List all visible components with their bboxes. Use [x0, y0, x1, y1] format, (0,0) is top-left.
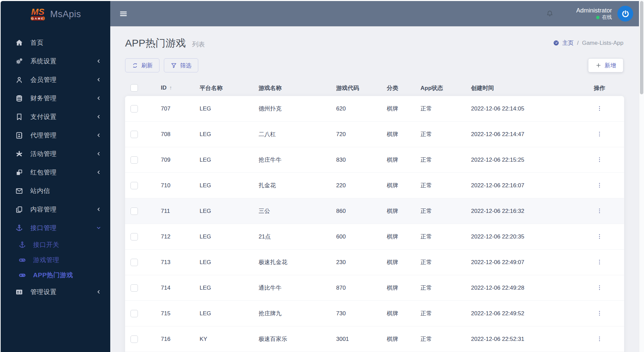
- column-header[interactable]: 操作: [569, 80, 624, 96]
- row-checkbox[interactable]: [130, 335, 138, 343]
- anchor-icon: [18, 241, 26, 249]
- row-actions-button[interactable]: [595, 104, 604, 113]
- column-header-label: 创建时间: [471, 85, 494, 91]
- id-card-icon: [15, 288, 24, 296]
- sidebar-item-api-management[interactable]: 接口管理: [1, 219, 110, 237]
- table-row: 707LEG德州扑克620棋牌正常2022-12-06 22:14:05: [125, 96, 624, 122]
- sidebar-item-content-management[interactable]: 内容管理: [1, 200, 110, 219]
- anchor-icon: [15, 224, 24, 232]
- cell-category: 棋牌: [381, 326, 415, 352]
- row-checkbox[interactable]: [130, 284, 138, 292]
- column-header[interactable]: App状态: [415, 80, 466, 96]
- add-button[interactable]: 新增: [588, 58, 623, 72]
- chevron-left-icon: [94, 114, 103, 119]
- row-checkbox[interactable]: [130, 131, 138, 138]
- sidebar-item-app-hot-games[interactable]: APP热门游戏: [1, 267, 110, 283]
- sidebar-item-site-message[interactable]: 站内信: [1, 182, 110, 200]
- sidebar-item-label: 系统设置: [30, 57, 57, 66]
- cell-name: 扎金花: [253, 173, 331, 198]
- cell-category: 棋牌: [381, 173, 415, 198]
- online-status-dot: [596, 16, 599, 19]
- sidebar-item-system-settings[interactable]: 系统设置: [1, 52, 110, 70]
- cell-status: 正常: [415, 224, 466, 250]
- sidebar-item-member-management[interactable]: 会员管理: [1, 70, 110, 89]
- row-actions-button[interactable]: [595, 129, 604, 139]
- sidebar-item-redpacket-management[interactable]: 红包管理: [1, 163, 110, 182]
- filter-icon: [171, 62, 177, 69]
- row-checkbox[interactable]: [130, 156, 138, 164]
- row-checkbox[interactable]: [130, 105, 138, 113]
- row-checkbox[interactable]: [130, 207, 138, 215]
- refresh-button[interactable]: 刷新: [125, 58, 159, 72]
- cell-status: 正常: [415, 326, 466, 352]
- scrollbar-thumb[interactable]: [640, 1, 643, 94]
- plus-icon: [595, 62, 602, 68]
- sort-asc-icon[interactable]: ↑: [169, 85, 172, 91]
- row-checkbox[interactable]: [130, 310, 138, 317]
- sidebar-item-game-management[interactable]: 游戏管理: [1, 252, 110, 267]
- header-checkbox-cell: [125, 80, 155, 96]
- chevron-down-icon: [94, 225, 103, 230]
- cell-id: 713: [155, 250, 194, 275]
- sidebar-item-label: 活动管理: [30, 150, 57, 158]
- svg-text:MS: MS: [31, 7, 45, 17]
- cell-category: 棋牌: [381, 275, 415, 301]
- column-header[interactable]: 游戏名称: [253, 80, 331, 96]
- table-body: 707LEG德州扑克620棋牌正常2022-12-06 22:14:05708L…: [125, 96, 624, 352]
- scrollbar[interactable]: [639, 0, 644, 352]
- column-header[interactable]: 平台名称: [194, 80, 253, 96]
- column-header[interactable]: 分类: [381, 80, 415, 96]
- sidebar-item-api-switch[interactable]: 接口开关: [1, 237, 110, 252]
- cell-code: 720: [331, 122, 381, 147]
- row-checkbox[interactable]: [130, 182, 138, 189]
- cell-platform: LEG: [194, 173, 253, 198]
- row-actions-button[interactable]: [595, 155, 604, 164]
- row-actions-button[interactable]: [595, 334, 604, 344]
- row-actions-button[interactable]: [595, 181, 604, 190]
- table-header-row: ID↑平台名称游戏名称游戏代码分类App状态创建时间操作: [125, 80, 624, 96]
- filter-button[interactable]: 筛选: [164, 58, 198, 72]
- notifications-bell-icon[interactable]: [546, 9, 554, 18]
- sidebar-item-label: 首页: [30, 38, 43, 47]
- cell-status: 正常: [415, 250, 466, 275]
- table-row: 711LEG三公860棋牌正常2022-12-06 22:16:32: [125, 198, 624, 224]
- page-subtitle: 列表: [192, 41, 205, 48]
- sidebar-item-label: 财务管理: [30, 94, 57, 103]
- row-checkbox[interactable]: [130, 233, 138, 241]
- sidebar-item-admin-settings[interactable]: 管理设置: [1, 283, 110, 301]
- cell-actions: [569, 275, 624, 301]
- table-row: 708LEG二八杠720棋牌正常2022-12-06 22:14:47: [125, 122, 624, 147]
- breadcrumb-home-link[interactable]: 主页: [553, 39, 574, 47]
- table-header: ID↑平台名称游戏名称游戏代码分类App状态创建时间操作: [125, 80, 624, 96]
- sidebar-item-finance-management[interactable]: 财务管理: [1, 89, 110, 107]
- row-checkbox[interactable]: [130, 259, 138, 266]
- row-actions-button[interactable]: [595, 232, 604, 241]
- sidebar-item-home[interactable]: 首页: [1, 33, 110, 52]
- row-actions-button[interactable]: [595, 206, 604, 216]
- column-header-label: 游戏名称: [259, 85, 282, 91]
- sidebar-toggle-button[interactable]: [118, 8, 129, 20]
- row-actions-button[interactable]: [595, 257, 604, 267]
- online-status-label: 在线: [602, 14, 612, 21]
- cell-platform: LEG: [194, 147, 253, 173]
- column-header[interactable]: 创建时间: [466, 80, 569, 96]
- row-actions-button[interactable]: [595, 283, 604, 292]
- copy-icon: [15, 205, 24, 214]
- table-row: 710LEG扎金花220棋牌正常2022-12-06 22:16:07: [125, 173, 624, 198]
- sidebar-item-label: 游戏管理: [33, 256, 59, 264]
- cell-name: 德州扑克: [253, 96, 331, 122]
- sidebar-item-activity-management[interactable]: 活动管理: [1, 145, 110, 163]
- brand[interactable]: MS GAME MsApis: [1, 1, 110, 27]
- column-header[interactable]: 游戏代码: [331, 80, 381, 96]
- sidebar: MS GAME MsApis 首页系统设置会员管理财务管理支付设置代理管理活动管…: [1, 1, 110, 352]
- cell-platform: LEG: [194, 250, 253, 275]
- sidebar-item-agent-management[interactable]: 代理管理: [1, 126, 110, 145]
- cell-code: 830: [331, 147, 381, 173]
- sidebar-item-payment-settings[interactable]: 支付设置: [1, 107, 110, 126]
- row-actions-button[interactable]: [595, 309, 604, 318]
- brand-name: MsApis: [50, 9, 81, 20]
- select-all-checkbox[interactable]: [130, 84, 138, 92]
- column-header[interactable]: ID↑: [155, 80, 194, 96]
- avatar[interactable]: [617, 6, 633, 22]
- cell-category: 棋牌: [381, 147, 415, 173]
